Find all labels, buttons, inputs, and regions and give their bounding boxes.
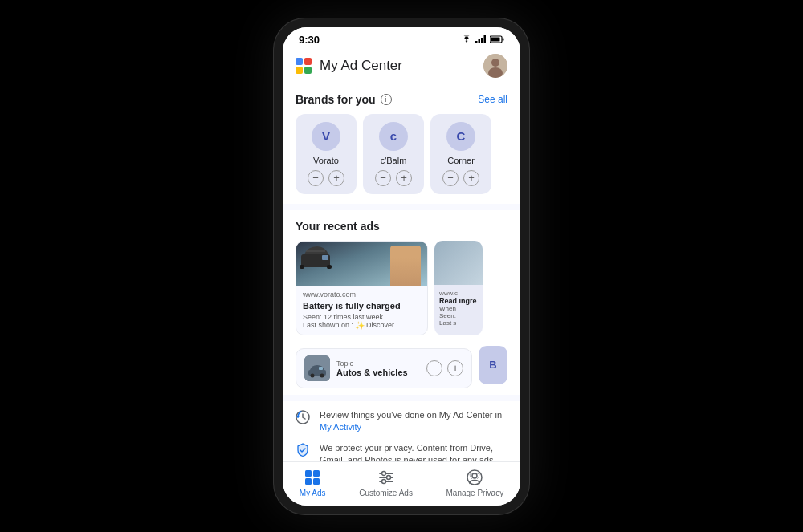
status-bar: 9:30 (283, 27, 520, 49)
phone-frame: 9:30 (273, 18, 530, 515)
wifi-icon (461, 35, 472, 43)
svg-rect-21 (305, 470, 312, 477)
partial-source: www.c (439, 290, 478, 297)
history-icon (296, 410, 312, 426)
history-svg (296, 410, 310, 424)
topic-partial-label: B (489, 359, 496, 371)
topic-name: Autos & vehicles (336, 368, 420, 377)
svg-point-9 (491, 59, 499, 67)
customize-ads-svg (377, 469, 395, 486)
ad-cards-row: www.vorato.com Battery is fully charged … (296, 241, 507, 335)
brand-increase-corner[interactable]: + (463, 170, 479, 186)
brand-decrease-vorato[interactable]: − (308, 170, 324, 186)
logo-red (304, 58, 312, 65)
svg-point-17 (311, 373, 315, 377)
svg-rect-24 (313, 478, 320, 485)
topic-and-partial-row: Topic Autos & vehicles − + B (296, 342, 507, 388)
customize-ads-icon (377, 469, 395, 486)
battery-icon (490, 35, 504, 43)
ad-title-vorato: Battery is fully charged (303, 300, 421, 311)
app-bar: My Ad Center (283, 49, 520, 83)
brand-logo-corner: C (446, 122, 475, 151)
brand-decrease-cbalm[interactable]: − (375, 170, 391, 186)
recent-ads-title: Your recent ads (296, 220, 380, 233)
brands-section: Brands for you i See all V Vorato − + (283, 83, 520, 204)
recent-ads-section: Your recent ads (283, 210, 520, 395)
ad-card-content-vorato: www.vorato.com Battery is fully charged … (296, 286, 427, 335)
brands-info-icon[interactable]: i (381, 94, 392, 105)
svg-rect-19 (319, 367, 323, 370)
ad-card-partial[interactable]: www.c Read ingre When Seen: Last s (434, 241, 483, 335)
phone-screen: 9:30 (283, 27, 520, 506)
customize-ads-label: Customize Ads (359, 489, 413, 497)
brands-title: Brands for you (296, 93, 376, 106)
shield-svg (296, 443, 310, 457)
brand-decrease-corner[interactable]: − (442, 170, 459, 186)
manage-privacy-label: Manage Privacy (446, 489, 503, 497)
svg-rect-2 (479, 39, 481, 43)
topic-label: Topic (336, 359, 420, 368)
brand-controls-cbalm: − + (375, 170, 412, 186)
brand-logo-cbalm: c (379, 122, 408, 151)
brand-card-vorato: V Vorato − + (296, 114, 357, 194)
info-section: Review things you've done on My Ad Cente… (283, 401, 520, 461)
ad-person-figure (390, 246, 421, 286)
app-bar-title: My Ad Center (320, 58, 483, 74)
brand-increase-vorato[interactable]: + (328, 170, 344, 186)
svg-rect-6 (503, 39, 504, 41)
brands-see-all[interactable]: See all (478, 94, 507, 105)
ad-card-image-vorato (296, 242, 427, 286)
avatar-image (483, 54, 507, 78)
topic-decrease-btn[interactable]: − (426, 360, 442, 376)
car-trunk-icon (300, 245, 332, 269)
manage-privacy-icon (466, 469, 483, 486)
svg-rect-3 (481, 38, 483, 43)
ad-source-vorato: www.vorato.com (303, 290, 421, 298)
brand-name-cbalm: c'Balm (381, 156, 407, 165)
nav-manage-privacy[interactable]: Manage Privacy (446, 469, 503, 497)
partial-card-image (434, 241, 483, 285)
my-activity-link[interactable]: My Activity (320, 422, 361, 432)
ad-seen-vorato: Seen: 12 times last week (303, 313, 421, 321)
discover-emoji: ✨ (355, 321, 365, 330)
svg-point-30 (381, 479, 385, 483)
topic-row[interactable]: Topic Autos & vehicles − + (296, 348, 472, 388)
car-icon (304, 355, 330, 381)
privacy-info-item: We protect your privacy. Content from Dr… (296, 442, 507, 461)
nav-my-ads[interactable]: My Ads (300, 469, 326, 497)
svg-point-18 (320, 373, 324, 377)
bottom-nav: My Ads Customize Ads (283, 461, 520, 506)
partial-seen: Seen: (439, 312, 478, 319)
topic-image (304, 355, 330, 381)
signal-icon (475, 35, 487, 43)
my-ads-svg (304, 469, 321, 486)
brand-name-vorato: Vorato (313, 156, 339, 165)
my-ads-label: My Ads (300, 489, 326, 497)
ad-card-vorato[interactable]: www.vorato.com Battery is fully charged … (296, 241, 428, 335)
topic-partial-card[interactable]: B (479, 346, 507, 384)
svg-rect-14 (322, 255, 328, 260)
partial-excerpt: When (439, 305, 478, 312)
partial-title: Read ingre (439, 297, 478, 305)
logo-green (304, 67, 312, 74)
topic-increase-btn[interactable]: + (447, 360, 463, 376)
topic-controls: − + (426, 360, 463, 376)
svg-rect-1 (475, 41, 478, 43)
nav-customize-ads[interactable]: Customize Ads (359, 469, 413, 497)
activity-info-item: Review things you've done on My Ad Cente… (296, 409, 507, 434)
platform-name: Discover (366, 321, 394, 329)
brand-increase-cbalm[interactable]: + (396, 170, 412, 186)
brands-header: Brands for you i See all (296, 93, 507, 106)
user-avatar[interactable] (483, 54, 507, 78)
svg-rect-7 (491, 38, 500, 42)
brands-title-row: Brands for you i (296, 93, 392, 106)
status-icons (461, 35, 504, 43)
topic-info: Topic Autos & vehicles (336, 359, 420, 377)
brand-card-cbalm: c c'Balm − + (363, 114, 424, 194)
brand-logo-vorato: V (312, 122, 340, 151)
scroll-content: Brands for you i See all V Vorato − + (283, 83, 520, 461)
svg-rect-22 (313, 470, 320, 477)
svg-rect-23 (305, 478, 312, 485)
partial-card-content: www.c Read ingre When Seen: Last s (434, 285, 483, 335)
my-ads-icon (304, 469, 321, 486)
